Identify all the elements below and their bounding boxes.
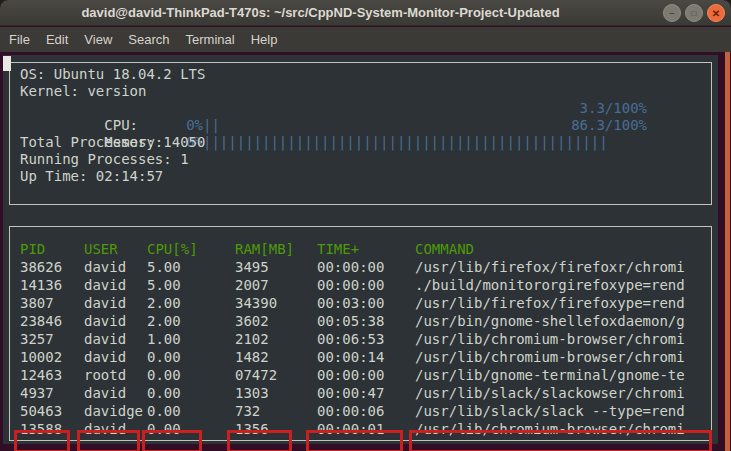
header-pid: PID xyxy=(20,240,45,258)
process-user: david xyxy=(84,258,126,276)
process-time: 00:00:00 xyxy=(317,258,384,276)
process-command: /usr/lib/chromium-browser/chromi xyxy=(415,348,685,366)
process-time: 00:00:14 xyxy=(317,348,384,366)
process-rows: 38626david5.00349500:00:00/usr/lib/firef… xyxy=(10,258,711,438)
process-table-box: PID USER CPU[%] RAM[MB] TIME+ COMMAND 38… xyxy=(9,226,712,441)
process-pid: 23846 xyxy=(20,312,62,330)
os-line: OS: Ubuntu 18.04.2 LTS xyxy=(10,66,711,83)
running-processes-line: Running Processes: 1 xyxy=(10,151,711,168)
process-row: 3257david1.00210200:06:53/usr/lib/chromi… xyxy=(10,330,711,348)
process-row: 4937david0.00130300:00:47/usr/lib/slack/… xyxy=(10,384,711,402)
process-cpu: 5.00 xyxy=(147,258,181,276)
process-cpu: 1.00 xyxy=(147,330,181,348)
title-bar[interactable]: david@david-ThinkPad-T470s: ~/src/CppND-… xyxy=(0,0,731,26)
process-time: 00:00:00 xyxy=(317,366,384,384)
process-time: 00:00:00 xyxy=(317,276,384,294)
close-button[interactable]: ✕ xyxy=(707,4,725,22)
process-table-header: PID USER CPU[%] RAM[MB] TIME+ COMMAND xyxy=(10,240,711,258)
minimize-button[interactable]: − xyxy=(663,4,681,22)
process-time: 00:05:38 xyxy=(317,312,384,330)
terminal-area: OS: Ubuntu 18.04.2 LTS Kernel: version C… xyxy=(0,52,731,451)
process-user: rootd xyxy=(84,366,126,384)
menu-view[interactable]: View xyxy=(76,32,120,47)
process-row: 3807david2.003439000:03:00/usr/lib/firef… xyxy=(10,294,711,312)
process-command: /usr/lib/slack/slack --type=rend xyxy=(415,402,685,420)
process-row: 12463rootd0.000747200:00:00/usr/lib/gnom… xyxy=(10,366,711,384)
process-cpu: 2.00 xyxy=(147,294,181,312)
process-pid: 14136 xyxy=(20,276,62,294)
process-command: /usr/lib/chromium-browser/chromi xyxy=(415,330,685,348)
process-ram: 34390 xyxy=(235,294,277,312)
process-user: davidge xyxy=(84,402,143,420)
process-command: /usr/lib/slack/slackowser/chromi xyxy=(415,384,685,402)
process-user: david xyxy=(84,276,126,294)
process-row: 14136david5.00200700:00:00./build/monito… xyxy=(10,276,711,294)
process-cpu: 5.00 xyxy=(147,276,181,294)
process-pid: 50463 xyxy=(20,402,62,420)
cpu-line: CPU: 0%|| 3.3/100% xyxy=(10,100,711,117)
process-user: david xyxy=(84,330,126,348)
process-time: 00:06:53 xyxy=(317,330,384,348)
process-ram: 07472 xyxy=(235,366,277,384)
cpu-usage: 3.3/100% xyxy=(580,100,647,117)
maximize-button[interactable]: □ xyxy=(685,4,703,22)
process-ram: 1303 xyxy=(235,384,269,402)
terminal-cursor xyxy=(3,56,11,71)
process-cpu: 0.00 xyxy=(147,348,181,366)
process-user: david xyxy=(84,312,126,330)
process-command: /usr/lib/gnome-terminal/gnome-te xyxy=(415,366,685,384)
process-row: 50463davidge0.0073200:00:06/usr/lib/slac… xyxy=(10,402,711,420)
menu-help[interactable]: Help xyxy=(243,32,286,47)
process-row: 10002david0.00148200:00:14/usr/lib/chrom… xyxy=(10,348,711,366)
process-row: 23846david2.00360200:05:38/usr/bin/gnome… xyxy=(10,312,711,330)
process-pid: 10002 xyxy=(20,348,62,366)
process-ram: 732 xyxy=(235,402,260,420)
total-processes-line: Total Processes: 14050 xyxy=(10,134,711,151)
process-command: /usr/lib/firefox/firefoxype=rend xyxy=(415,294,685,312)
memory-usage: 86.3/100% xyxy=(571,117,647,134)
menu-file[interactable]: File xyxy=(1,32,38,47)
process-command: /usr/lib/firefox/firefoxr/chromi xyxy=(415,258,685,276)
menu-edit[interactable]: Edit xyxy=(38,32,76,47)
process-cpu: 0.00 xyxy=(147,366,181,384)
process-time: 00:03:00 xyxy=(317,294,384,312)
menu-bar: File Edit View Search Terminal Help xyxy=(0,27,731,52)
header-user: USER xyxy=(84,240,118,258)
highlight-box-time xyxy=(306,430,403,451)
process-ram: 1482 xyxy=(235,348,269,366)
highlight-box-user xyxy=(77,430,140,451)
process-ram: 3602 xyxy=(235,312,269,330)
process-pid: 3807 xyxy=(20,294,54,312)
header-time: TIME+ xyxy=(317,240,359,258)
highlight-box-ram xyxy=(227,430,292,451)
process-user: david xyxy=(84,384,126,402)
system-info-box: OS: Ubuntu 18.04.2 LTS Kernel: version C… xyxy=(9,62,712,205)
process-time: 00:00:47 xyxy=(317,384,384,402)
scrollbar-thumb[interactable] xyxy=(725,52,730,451)
terminal-window: david@david-ThinkPad-T470s: ~/src/CppND-… xyxy=(0,0,731,451)
process-ram: 3495 xyxy=(235,258,269,276)
header-ram: RAM[MB] xyxy=(235,240,294,258)
header-command: COMMAND xyxy=(415,240,474,258)
process-ram: 2102 xyxy=(235,330,269,348)
highlight-box-command xyxy=(409,430,712,451)
process-user: david xyxy=(84,294,126,312)
header-cpu: CPU[%] xyxy=(147,240,198,258)
terminal-screen: OS: Ubuntu 18.04.2 LTS Kernel: version C… xyxy=(3,55,718,444)
highlight-box-pid xyxy=(14,430,70,451)
process-pid: 38626 xyxy=(20,258,62,276)
process-ram: 2007 xyxy=(235,276,269,294)
process-pid: 4937 xyxy=(20,384,54,402)
memory-line: Memory: 0%||||||||||||||||||||||||||||||… xyxy=(10,117,711,134)
process-cpu: 0.00 xyxy=(147,384,181,402)
menu-terminal[interactable]: Terminal xyxy=(178,32,243,47)
process-row: 38626david5.00349500:00:00/usr/lib/firef… xyxy=(10,258,711,276)
process-pid: 12463 xyxy=(20,366,62,384)
process-time: 00:00:06 xyxy=(317,402,384,420)
process-cpu: 2.00 xyxy=(147,312,181,330)
process-command: ./build/monitororgirefoxype=rend xyxy=(415,276,685,294)
uptime-line: Up Time: 02:14:57 xyxy=(10,168,711,185)
highlight-box-cpu xyxy=(142,430,202,451)
process-cpu: 0.00 xyxy=(147,402,181,420)
menu-search[interactable]: Search xyxy=(120,32,177,47)
